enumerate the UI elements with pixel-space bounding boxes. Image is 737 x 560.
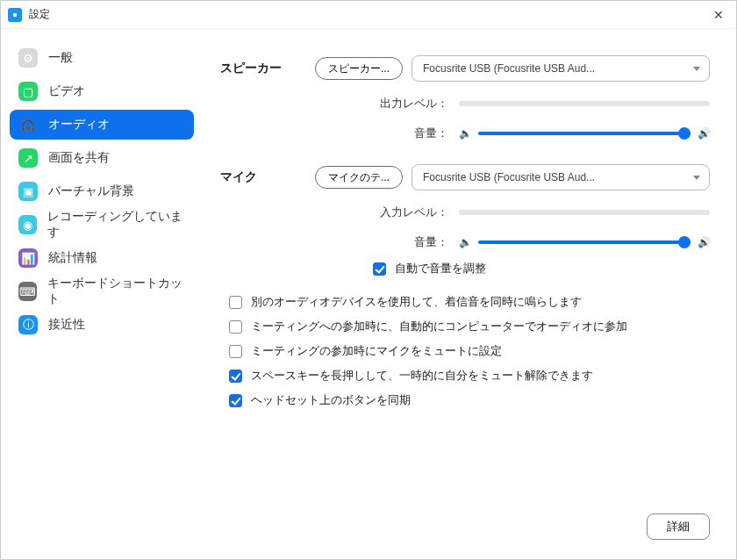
sidebar-icon: ◉ bbox=[18, 215, 37, 234]
speaker-volume-label: 音量： bbox=[220, 126, 459, 141]
app-icon bbox=[8, 8, 22, 22]
close-button[interactable]: ✕ bbox=[708, 8, 729, 22]
sidebar-item-0[interactable]: ⚙一般 bbox=[10, 43, 194, 73]
volume-high-icon: 🔊 bbox=[698, 236, 710, 248]
sidebar-icon: ▣ bbox=[18, 182, 38, 201]
speaker-volume-row: 音量： 🔈 🔊 bbox=[220, 126, 710, 141]
speaker-device-dropdown[interactable]: Focusrite USB (Focusrite USB Aud... bbox=[411, 55, 710, 82]
speaker-output-level-meter bbox=[459, 101, 710, 106]
sidebar-item-3[interactable]: ↗画面を共有 bbox=[10, 143, 194, 173]
sidebar-item-6[interactable]: 📊統計情報 bbox=[10, 243, 194, 273]
checkbox-label: ミーティングの参加時にマイクをミュートに設定 bbox=[251, 343, 502, 359]
sidebar-icon: ▢ bbox=[18, 82, 38, 101]
mic-row: マイク マイクのテ... Focusrite USB (Focusrite US… bbox=[220, 164, 710, 190]
option-checkbox-2[interactable]: ミーティングの参加時にマイクをミュートに設定 bbox=[220, 343, 710, 359]
mic-device-dropdown[interactable]: Focusrite USB (Focusrite USB Aud... bbox=[411, 164, 710, 190]
speaker-output-level-row: 出力レベル： bbox=[220, 96, 710, 111]
checkbox-icon bbox=[229, 345, 242, 358]
volume-low-icon: 🔈 bbox=[459, 236, 471, 248]
sidebar-icon: ⌨ bbox=[18, 282, 37, 301]
sidebar-item-label: オーディオ bbox=[48, 117, 110, 133]
sidebar-icon: 📊 bbox=[18, 248, 38, 268]
checkbox-label: スペースキーを長押しして、一時的に自分をミュート解除できます bbox=[251, 368, 593, 384]
mic-input-level-meter bbox=[459, 210, 710, 215]
checkbox-icon bbox=[229, 320, 242, 334]
speaker-row: スピーカー スピーカー... Focusrite USB (Focusrite … bbox=[220, 55, 710, 82]
input-level-label: 入力レベル： bbox=[220, 205, 459, 220]
checkbox-label: 自動で音量を調整 bbox=[395, 261, 486, 276]
speaker-volume-slider[interactable]: 🔈 🔊 bbox=[459, 127, 710, 140]
option-checkbox-3[interactable]: スペースキーを長押しして、一時的に自分をミュート解除できます bbox=[220, 368, 710, 384]
option-checkbox-4[interactable]: ヘッドセット上のボタンを同期 bbox=[220, 392, 710, 408]
sidebar-icon: ⓘ bbox=[18, 315, 38, 334]
volume-high-icon: 🔊 bbox=[698, 127, 710, 140]
mic-volume-label: 音量： bbox=[220, 234, 459, 250]
sidebar-item-label: 画面を共有 bbox=[48, 150, 110, 166]
sidebar-icon: 🎧 bbox=[18, 115, 38, 134]
mic-volume-row: 音量： 🔈 🔊 bbox=[220, 234, 710, 250]
auto-adjust-volume-checkbox[interactable]: 自動で音量を調整 bbox=[220, 261, 710, 276]
test-speaker-button[interactable]: スピーカー... bbox=[315, 57, 403, 80]
checkbox-icon bbox=[229, 370, 242, 383]
sidebar-item-label: バーチャル背景 bbox=[48, 183, 134, 199]
audio-panel: スピーカー スピーカー... Focusrite USB (Focusrite … bbox=[203, 29, 736, 559]
checkbox-icon bbox=[229, 394, 242, 407]
speaker-label: スピーカー bbox=[220, 61, 315, 76]
sidebar-item-label: 一般 bbox=[48, 50, 73, 66]
mic-volume-slider[interactable]: 🔈 🔊 bbox=[459, 236, 710, 248]
option-checkbox-1[interactable]: ミーティングへの参加時に、自動的にコンピューターでオーディオに参加 bbox=[220, 319, 710, 334]
sidebar-item-7[interactable]: ⌨キーボードショートカット bbox=[10, 276, 194, 306]
sidebar-item-label: レコーディングしています bbox=[47, 209, 185, 241]
volume-low-icon: 🔈 bbox=[459, 127, 471, 140]
option-checkbox-0[interactable]: 別のオーディオデバイスを使用して、着信音を同時に鳴らします bbox=[220, 294, 710, 310]
mic-label: マイク bbox=[220, 169, 315, 185]
sidebar-item-5[interactable]: ◉レコーディングしています bbox=[10, 210, 194, 240]
sidebar-item-1[interactable]: ▢ビデオ bbox=[10, 76, 194, 106]
sidebar-item-label: 接近性 bbox=[48, 317, 85, 333]
checkbox-icon bbox=[373, 262, 386, 276]
sidebar-item-4[interactable]: ▣バーチャル背景 bbox=[10, 176, 194, 206]
audio-options: 別のオーディオデバイスを使用して、着信音を同時に鳴らしますミーティングへの参加時… bbox=[220, 294, 710, 417]
output-level-label: 出力レベル： bbox=[220, 96, 459, 111]
mic-input-level-row: 入力レベル： bbox=[220, 205, 710, 220]
window-title: 設定 bbox=[29, 7, 50, 22]
sidebar-item-8[interactable]: ⓘ接近性 bbox=[10, 310, 194, 340]
checkbox-label: 別のオーディオデバイスを使用して、着信音を同時に鳴らします bbox=[251, 294, 582, 310]
sidebar-icon: ⚙ bbox=[18, 48, 38, 68]
checkbox-label: ミーティングへの参加時に、自動的にコンピューターでオーディオに参加 bbox=[251, 319, 627, 334]
checkbox-label: ヘッドセット上のボタンを同期 bbox=[251, 392, 411, 408]
checkbox-icon bbox=[229, 296, 242, 309]
test-mic-button[interactable]: マイクのテ... bbox=[315, 166, 403, 189]
sidebar-icon: ↗ bbox=[18, 148, 38, 168]
advanced-button[interactable]: 詳細 bbox=[647, 513, 710, 540]
settings-window: 設定 ✕ ⚙一般▢ビデオ🎧オーディオ↗画面を共有▣バーチャル背景◉レコーディング… bbox=[0, 0, 737, 560]
titlebar: 設定 ✕ bbox=[1, 1, 736, 29]
sidebar-item-2[interactable]: 🎧オーディオ bbox=[10, 110, 194, 140]
sidebar-item-label: 統計情報 bbox=[48, 250, 97, 266]
sidebar-item-label: キーボードショートカット bbox=[47, 276, 185, 307]
sidebar: ⚙一般▢ビデオ🎧オーディオ↗画面を共有▣バーチャル背景◉レコーディングしています… bbox=[1, 29, 203, 559]
sidebar-item-label: ビデオ bbox=[48, 83, 85, 99]
main: ⚙一般▢ビデオ🎧オーディオ↗画面を共有▣バーチャル背景◉レコーディングしています… bbox=[1, 29, 736, 559]
